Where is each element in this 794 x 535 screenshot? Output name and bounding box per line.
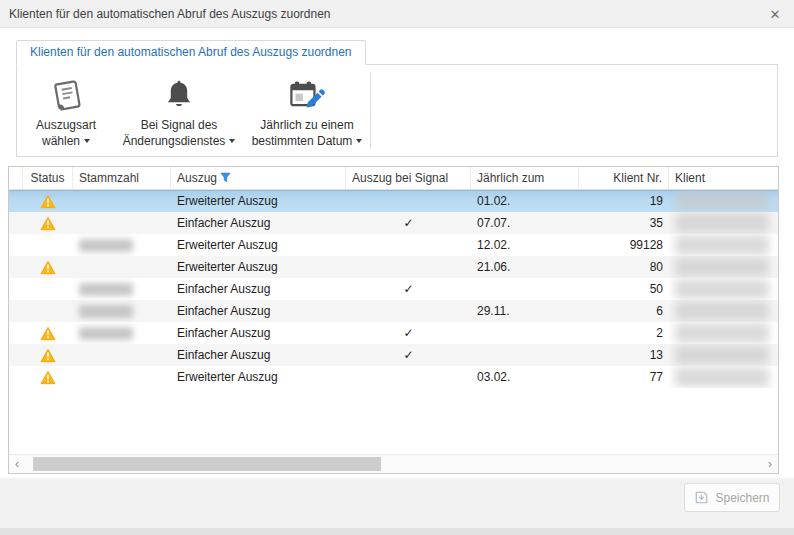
auszug-bei-signal-cell	[346, 300, 471, 322]
status-cell	[23, 344, 73, 366]
auszug-cell: Einfacher Auszug	[171, 322, 346, 344]
header-status[interactable]: Status	[23, 167, 73, 189]
tab-strip: Klienten für den automatischen Abruf des…	[16, 40, 778, 64]
status-cell	[23, 212, 73, 234]
klient-nr-cell: 13	[579, 344, 669, 366]
dropdown-arrow-icon	[356, 139, 362, 143]
status-cell	[23, 256, 73, 278]
klient-cell	[669, 212, 778, 234]
status-cell	[23, 322, 73, 344]
tab-klienten-zuordnen[interactable]: Klienten für den automatischen Abruf des…	[16, 40, 366, 65]
klient-nr-cell: 80	[579, 256, 669, 278]
table-row[interactable]: Erweiterter Auszug12.02.99128	[9, 234, 778, 256]
redacted-klient	[675, 345, 769, 365]
header-klient[interactable]: Klient	[669, 167, 778, 189]
dialog-title: Klienten für den automatischen Abruf des…	[9, 7, 331, 21]
stammzahl-cell	[73, 212, 171, 234]
auszug-bei-signal-cell	[346, 234, 471, 256]
table-row[interactable]: Einfacher Auszug29.11.6	[9, 300, 778, 322]
stammzahl-cell	[73, 278, 171, 300]
filter-icon[interactable]	[220, 172, 231, 183]
button-label-line1: Auszugsart	[36, 118, 96, 134]
header-auszug-bei-signal[interactable]: Auszug bei Signal	[346, 167, 471, 189]
stammzahl-cell	[73, 344, 171, 366]
header-auszug[interactable]: Auszug	[171, 167, 346, 189]
table-row[interactable]: Einfacher Auszug✓50	[9, 278, 778, 300]
scrollbar-thumb[interactable]	[33, 457, 381, 471]
jaehrlich-zum-cell	[471, 278, 579, 300]
save-button[interactable]: Speichern	[684, 483, 780, 512]
redacted-klient	[675, 213, 769, 233]
jaehrlich-zum-cell: 21.06.	[471, 256, 579, 278]
window-bottom-edge	[0, 528, 794, 535]
row-indicator-cell	[9, 322, 23, 344]
scroll-right-icon[interactable]: ›	[762, 456, 778, 473]
bei-signal-button[interactable]: Bei Signal des Änderungsdienstes	[112, 68, 246, 153]
close-button[interactable]: ✕	[766, 5, 784, 23]
klient-cell	[669, 366, 778, 388]
klient-nr-cell: 35	[579, 212, 669, 234]
redacted-stammzahl	[79, 239, 133, 252]
tab-label: Klienten für den automatischen Abruf des…	[30, 45, 352, 59]
status-cell	[23, 190, 73, 212]
auszug-cell: Erweiterter Auszug	[171, 366, 346, 388]
jaehrlich-zum-cell	[471, 322, 579, 344]
redacted-klient	[675, 235, 769, 255]
row-indicator-cell	[9, 344, 23, 366]
toolbar-separator	[370, 72, 371, 149]
row-indicator-cell	[9, 366, 23, 388]
row-indicator-cell	[9, 234, 23, 256]
row-indicator-cell	[9, 278, 23, 300]
auszug-bei-signal-cell	[346, 366, 471, 388]
auszugsart-waehlen-button[interactable]: Auszugsart wählen	[20, 68, 112, 153]
button-label-line2: wählen	[42, 134, 90, 150]
warning-icon	[40, 194, 56, 209]
auszug-cell: Erweiterter Auszug	[171, 190, 346, 212]
header-stammzahl[interactable]: Stammzahl	[73, 167, 171, 189]
row-indicator-cell	[9, 190, 23, 212]
redacted-stammzahl	[79, 283, 133, 296]
jaehrlich-zum-cell: 01.02.	[471, 190, 579, 212]
auszug-bei-signal-cell: ✓	[346, 344, 471, 366]
status-cell	[23, 300, 73, 322]
table-row[interactable]: Einfacher Auszug✓2	[9, 322, 778, 344]
auszug-bei-signal-cell: ✓	[346, 212, 471, 234]
auszug-bei-signal-cell: ✓	[346, 278, 471, 300]
auszug-cell: Einfacher Auszug	[171, 278, 346, 300]
header-jaehrlich-zum[interactable]: Jährlich zum	[471, 167, 579, 189]
bell-icon	[162, 72, 196, 118]
dropdown-arrow-icon	[84, 139, 90, 143]
redacted-klient	[675, 191, 769, 211]
klient-nr-cell: 77	[579, 366, 669, 388]
warning-icon	[40, 260, 56, 275]
table-row[interactable]: Einfacher Auszug✓13	[9, 344, 778, 366]
warning-icon	[40, 326, 56, 341]
stammzahl-cell	[73, 366, 171, 388]
jaehrlich-zum-cell: 07.07.	[471, 212, 579, 234]
klient-cell	[669, 190, 778, 212]
table-row[interactable]: Erweiterter Auszug03.02.77	[9, 366, 778, 388]
close-icon: ✕	[770, 7, 781, 22]
klient-nr-cell: 6	[579, 300, 669, 322]
table-row[interactable]: Erweiterter Auszug01.02.19	[9, 190, 778, 212]
klient-cell	[669, 300, 778, 322]
table-row[interactable]: Einfacher Auszug✓07.07.35	[9, 212, 778, 234]
klient-nr-cell: 2	[579, 322, 669, 344]
scroll-left-icon[interactable]: ‹	[9, 456, 25, 473]
auszug-cell: Einfacher Auszug	[171, 344, 346, 366]
klient-cell	[669, 278, 778, 300]
table-row[interactable]: Erweiterter Auszug21.06.80	[9, 256, 778, 278]
warning-icon	[40, 370, 56, 385]
jaehrlich-datum-button[interactable]: Jährlich zu einem bestimmten Datum	[246, 68, 368, 153]
table-body: Erweiterter Auszug01.02.19Einfacher Ausz…	[9, 190, 778, 454]
auszug-cell: Erweiterter Auszug	[171, 234, 346, 256]
stammzahl-cell	[73, 300, 171, 322]
jaehrlich-zum-cell: 12.02.	[471, 234, 579, 256]
redacted-klient	[675, 301, 769, 321]
dropdown-arrow-icon	[229, 139, 235, 143]
save-icon	[694, 490, 709, 505]
table-header-row: Status Stammzahl Auszug Auszug bei Signa…	[9, 167, 778, 190]
header-klient-nr[interactable]: Klient Nr.	[579, 167, 669, 189]
horizontal-scrollbar[interactable]: ‹ ›	[9, 454, 778, 473]
klient-cell	[669, 234, 778, 256]
